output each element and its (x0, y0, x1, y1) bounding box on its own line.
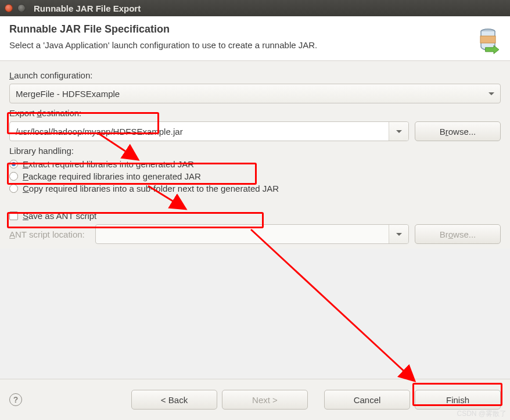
back-button[interactable]: < Back (131, 390, 217, 410)
dialog-header: Runnable JAR File Specification Select a… (0, 16, 510, 61)
radio-package-libraries[interactable]: Package required libraries into generate… (9, 171, 501, 181)
window-title: Runnable JAR File Export (34, 3, 141, 13)
radio-extract-label: Extract required libraries into generate… (23, 159, 194, 169)
help-icon[interactable]: ? (9, 393, 22, 406)
cancel-button[interactable]: Cancel (324, 390, 410, 410)
radio-icon (9, 160, 18, 168)
svg-rect-1 (480, 36, 495, 43)
launch-config-label: Launch configuration: (9, 70, 501, 80)
dialog-footer: ? < Back Next > Cancel Finish (0, 379, 510, 420)
radio-package-label: Package required libraries into generate… (23, 171, 201, 181)
checkbox-icon (9, 211, 18, 220)
radio-copy-label: Copy required libraries into a sub-folde… (23, 184, 279, 193)
chevron-down-icon (489, 92, 494, 95)
close-window-button[interactable] (5, 4, 13, 12)
launch-config-combo[interactable]: MergeFile - HDFSExample (9, 84, 501, 103)
export-destination-field[interactable]: /usr/local/hadoop/myapp/HDFSExample.jar (9, 121, 409, 141)
minimize-window-button[interactable] (17, 4, 26, 12)
ant-location-field (95, 224, 409, 244)
next-button: Next > (222, 390, 308, 410)
browse-ant-button: Browse... (415, 224, 501, 244)
svg-line-6 (251, 229, 415, 381)
radio-extract-libraries[interactable]: Extract required libraries into generate… (9, 159, 501, 169)
save-ant-checkbox[interactable]: Save as ANT script (9, 211, 501, 221)
export-destination-label: Export destination: (9, 108, 501, 118)
ant-location-value (96, 225, 389, 243)
page-title: Runnable JAR File Specification (9, 23, 501, 35)
destination-history-dropdown[interactable] (389, 122, 408, 141)
launch-config-value: MergeFile - HDFSExample (16, 89, 120, 99)
finish-button[interactable]: Finish (415, 390, 501, 410)
ant-history-dropdown (389, 225, 408, 243)
page-subtitle: Select a 'Java Application' launch confi… (9, 40, 501, 50)
library-handling-label: Library handling: (9, 146, 501, 156)
window-titlebar: Runnable JAR File Export (0, 0, 510, 16)
jar-export-icon (475, 26, 503, 58)
radio-icon (9, 184, 18, 193)
watermark: CSDN @雾散了 (457, 409, 507, 419)
export-destination-value: /usr/local/hadoop/myapp/HDFSExample.jar (10, 122, 389, 141)
radio-icon (9, 172, 18, 181)
save-ant-label: Save as ANT script (23, 211, 96, 221)
dialog-body: Launch configuration: MergeFile - HDFSEx… (0, 61, 510, 249)
radio-copy-libraries[interactable]: Copy required libraries into a sub-folde… (9, 184, 501, 193)
ant-location-label: ANT script location: (9, 229, 85, 239)
chevron-down-icon (396, 233, 402, 236)
chevron-down-icon (396, 130, 402, 133)
browse-destination-button[interactable]: Browse... (415, 121, 501, 141)
